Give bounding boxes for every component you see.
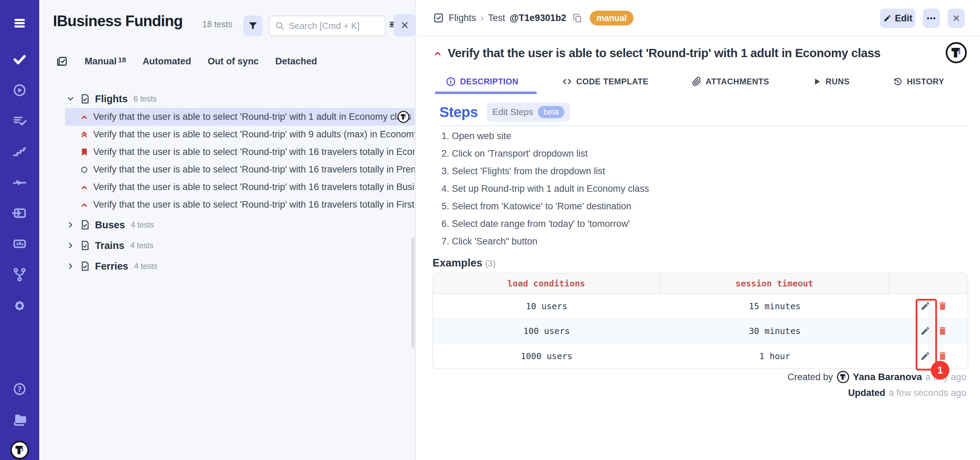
steps-divider [439, 125, 968, 126]
step-item: 1. Open web site [441, 128, 649, 145]
tab-runs[interactable]: RUNS [813, 77, 850, 87]
step-item: 4. Set up Round-trip with 1 adult in Eco… [441, 180, 649, 198]
suite-doc-icon [433, 12, 444, 24]
header-divider [417, 36, 980, 37]
projects-folder-icon[interactable] [12, 411, 27, 427]
chevron-right-icon[interactable] [66, 262, 75, 271]
examples-heading: Examples(3) [433, 257, 495, 269]
examples-header-row: load conditions session timeout [433, 273, 967, 294]
breadcrumb-group[interactable]: Flights [449, 13, 476, 23]
suite-doc-icon [80, 260, 91, 272]
edit-steps-button[interactable]: Edit Steps beta [487, 102, 570, 121]
tests-panel: IBusiness Funding 18 tests ✕ Manual18 Au… [39, 0, 416, 460]
beta-badge: beta [538, 106, 564, 118]
tree-group-trains[interactable]: Trains 4 tests [39, 236, 415, 255]
updated-ago: a few seconds ago [889, 388, 966, 398]
test-title: Verify that the user is able to select '… [448, 45, 881, 61]
branch-icon[interactable] [12, 267, 27, 282]
menu-icon[interactable] [12, 15, 27, 31]
suite-doc-icon [80, 219, 91, 230]
delete-row-button[interactable] [937, 351, 948, 361]
tab-detached[interactable]: Detached [275, 56, 317, 67]
test-row[interactable]: Verify that the user is able to select '… [65, 143, 415, 161]
tree-group-buses[interactable]: Buses 4 tests [39, 216, 415, 234]
app-window: ? IBusiness Funding 18 tests ✕ [0, 0, 980, 460]
chevron-down-icon[interactable] [66, 94, 75, 103]
more-button[interactable]: ••• [923, 9, 940, 28]
panel-close-button[interactable]: ✕ [394, 14, 416, 37]
author-name: Yana Baranova [853, 372, 922, 383]
tab-description[interactable]: DESCRIPTION [445, 77, 519, 87]
breadcrumb-separator: › [481, 13, 484, 23]
test-owner-logo [397, 110, 410, 123]
tab-automated[interactable]: Automated [142, 56, 191, 67]
tab-attachments[interactable]: ATTACHMENTS [692, 77, 769, 87]
delete-row-button[interactable] [937, 326, 948, 336]
tab-history[interactable]: HISTORY [893, 77, 944, 87]
tab-out-of-sync[interactable]: Out of sync [207, 56, 259, 67]
tests-tree: Flights 6 tests Verify that the user is … [39, 89, 415, 275]
annotation-badge: 1 [931, 361, 950, 379]
tests-filter-tabs: Manual18 Automated Out of sync Detached [56, 55, 317, 67]
tree-group-flights[interactable]: Flights 6 tests [39, 89, 415, 108]
import-icon[interactable] [12, 205, 27, 221]
step-item: 3. Select 'Flights' from the dropdown li… [441, 163, 649, 180]
example-row: 10 users 15 minutes [433, 294, 967, 319]
tab-code-template[interactable]: CODE TEMPLATE [562, 77, 649, 87]
close-detail-button[interactable]: ✕ [948, 9, 965, 28]
step-item: 6. Select date range from 'today' to 'to… [441, 215, 649, 233]
code-icon [562, 77, 572, 87]
steps-list: 1. Open web site 2. Click on 'Transport'… [441, 128, 649, 250]
steps-header: Steps Edit Steps beta [439, 102, 570, 121]
delete-row-button[interactable] [937, 301, 948, 311]
activity-pulse-icon[interactable] [12, 174, 27, 190]
test-title-row: Verify that the user is able to select '… [433, 45, 935, 61]
search-icon [275, 21, 285, 30]
step-item: 7. Click 'Search" button [441, 233, 649, 250]
project-title: IBusiness Funding [53, 13, 183, 30]
examples-table: load conditions session timeout 10 users… [433, 273, 968, 369]
detail-actions: Edit ••• ✕ [880, 9, 965, 28]
breadcrumb-test-label: Test [488, 13, 506, 23]
step-item: 2. Click on 'Transport' dropdown list [441, 145, 649, 163]
detail-tabs: DESCRIPTION CODE TEMPLATE ATTACHMENTS RU… [445, 77, 944, 87]
test-row[interactable]: Verify that the user is able to select '… [65, 161, 415, 178]
search-input[interactable] [289, 21, 380, 31]
test-detail-panel: Flights › Test @T1e9301b2 manual Edit ••… [417, 0, 980, 460]
test-row[interactable]: Verify that the user is able to select '… [65, 178, 415, 196]
reports-chart-icon[interactable] [12, 236, 27, 252]
help-icon[interactable]: ? [12, 381, 27, 397]
testomat-logo[interactable] [10, 440, 30, 460]
example-row: 100 users 30 minutes [433, 319, 967, 343]
chevron-right-icon[interactable] [66, 220, 75, 229]
scrollbar-thumb[interactable] [412, 238, 414, 348]
test-row[interactable]: Verify that the user is able to select '… [65, 108, 415, 126]
chevron-right-icon[interactable] [66, 241, 75, 250]
tab-manual[interactable]: Manual18 [85, 56, 126, 67]
example-row: 1000 users 1 hour [433, 343, 967, 368]
edit-button[interactable]: Edit [880, 9, 915, 28]
column-header: session timeout [660, 273, 889, 293]
priority-high-icon [80, 112, 89, 122]
test-row[interactable]: Verify that the user is able to select '… [65, 126, 415, 143]
search-box[interactable] [269, 16, 386, 36]
milestones-steps-icon[interactable] [12, 144, 27, 160]
svg-text:?: ? [18, 385, 22, 393]
priority-critical-bookmark-icon [80, 147, 89, 157]
tests-check-icon[interactable] [12, 51, 27, 67]
tree-group-ferries[interactable]: Ferries 4 tests [39, 257, 415, 275]
close-icon: ✕ [400, 19, 409, 31]
test-row[interactable]: Verify that the user is able to select '… [65, 196, 415, 214]
step-item: 5. Select from 'Katowice' to 'Rome' dest… [441, 198, 649, 215]
funnel-icon [248, 21, 258, 31]
author-avatar [837, 371, 850, 383]
test-plans-icon[interactable] [12, 113, 27, 129]
priority-highest-icon [80, 130, 89, 139]
filter-button[interactable] [243, 16, 262, 36]
copy-icon[interactable] [572, 13, 582, 23]
history-icon [893, 77, 902, 86]
column-header: load conditions [433, 273, 660, 293]
runs-play-icon[interactable] [12, 82, 27, 98]
settings-gear-icon[interactable] [12, 298, 27, 314]
bulk-select-icon[interactable] [56, 55, 68, 67]
